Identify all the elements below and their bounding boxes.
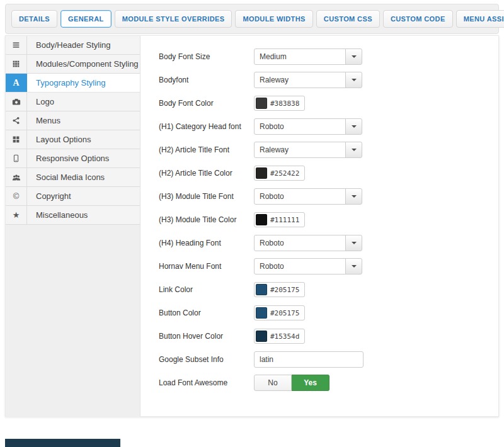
sidebar-filler (6, 225, 140, 417)
chevron-down-icon (352, 265, 357, 268)
toggle-no-button[interactable]: No (254, 375, 292, 391)
field-label: (H1) Category Head font (159, 122, 254, 131)
sidebar-item-typography-styling[interactable]: A Typography Styling (6, 74, 140, 93)
select-value[interactable]: Roboto (254, 258, 346, 274)
select-dropdown-button[interactable] (345, 142, 362, 158)
mobile-icon (6, 149, 27, 167)
body-font-size-select[interactable]: Medium (254, 48, 362, 65)
footer-bar (5, 439, 120, 447)
color-hex-value: #205175 (270, 286, 299, 294)
sidebar-item-label: Body/Header Styling (27, 36, 140, 54)
sidebar-item-modules-component-styling[interactable]: Modules/Component Styling (6, 55, 140, 74)
sidebar-item-label: Modules/Component Styling (27, 55, 140, 73)
chevron-down-icon (352, 125, 357, 128)
color-swatch (256, 307, 267, 319)
sidebar-item-label: Typography Styling (27, 74, 140, 92)
tab-custom-code[interactable]: Custom Code (383, 10, 453, 28)
tab-custom-css[interactable]: Custom CSS (316, 10, 380, 28)
field-label: Button Hover Color (159, 332, 254, 341)
sidebar-item-social-media-icons[interactable]: Social Media Icons (6, 168, 140, 187)
tab-menu-assignment[interactable]: Menu Assignment (456, 10, 504, 28)
form-row: (H4) Heading Font Roboto (159, 235, 498, 251)
form-row: Button Hover Color #15354d (159, 328, 498, 344)
field-label: Hornav Menu Font (159, 262, 254, 271)
sidebar-item-logo[interactable]: Logo (6, 93, 140, 111)
camera-icon (6, 93, 27, 111)
select-value[interactable]: Roboto (254, 235, 346, 251)
layout-grid-icon (6, 130, 27, 149)
h4-heading-font-select[interactable]: Roboto (254, 235, 362, 251)
h3-module-title-font-select[interactable]: Roboto (254, 188, 362, 205)
body-font-select[interactable]: Raleway (254, 72, 362, 88)
form-row: Load Font Awesome No Yes (159, 375, 498, 391)
color-swatch (256, 98, 267, 109)
sidebar-item-menus[interactable]: Menus (6, 111, 140, 130)
form-row: Button Color #205175 (159, 305, 498, 321)
field-label: (H2) Article Title Color (159, 169, 254, 178)
select-dropdown-button[interactable] (345, 188, 362, 205)
select-dropdown-button[interactable] (345, 48, 362, 65)
body-font-color-input[interactable]: #383838 (254, 96, 305, 111)
field-label: Bodyfont (159, 76, 254, 84)
hornav-menu-font-select[interactable]: Roboto (254, 258, 362, 274)
sidebar-item-label: Responsive Options (27, 149, 140, 167)
color-hex-value: #205175 (270, 309, 299, 317)
field-label: Button Color (159, 308, 254, 317)
color-swatch (256, 214, 267, 225)
link-color-input[interactable]: #205175 (254, 282, 305, 297)
share-icon (6, 111, 27, 130)
general-settings-panel: Body/Header Styling Modules/Component St… (5, 35, 499, 417)
sidebar-item-copyright[interactable]: © Copyright (6, 187, 140, 206)
h3-module-title-color-input[interactable]: #111111 (254, 212, 305, 227)
sidebar-item-label: Menus (27, 111, 140, 130)
select-dropdown-button[interactable] (345, 235, 362, 251)
form-row: Body Font Color #383838 (159, 95, 498, 111)
h2-article-title-font-select[interactable]: Raleway (254, 142, 362, 158)
load-font-awesome-toggle: No Yes (254, 375, 329, 391)
select-dropdown-button[interactable] (345, 118, 362, 135)
h2-article-title-color-input[interactable]: #252422 (254, 166, 305, 181)
tab-details[interactable]: Details (11, 10, 57, 28)
select-value[interactable]: Raleway (254, 142, 346, 158)
field-label: Google Subset Info (159, 355, 254, 364)
google-subset-info-input[interactable] (254, 351, 364, 368)
form-row: (H3) Module Title Color #111111 (159, 212, 498, 228)
select-value[interactable]: Raleway (254, 72, 346, 88)
form-row: (H2) Article Title Font Raleway (159, 142, 498, 158)
toggle-yes-button[interactable]: Yes (292, 375, 329, 391)
field-label: Link Color (159, 285, 254, 294)
field-label: Body Font Color (159, 99, 254, 108)
template-options-tabbar: Details General Module Style Overrides M… (5, 4, 499, 34)
form-row: (H3) Module Title Font Roboto (159, 188, 498, 205)
typography-settings-form: Body Font Size Medium Bodyfont Raleway B… (140, 36, 498, 416)
chevron-down-icon (352, 149, 357, 151)
color-hex-value: #252422 (270, 169, 299, 178)
tab-general[interactable]: General (60, 10, 112, 28)
sidebar-item-miscellaneous[interactable]: ★ Miscellaneous (6, 206, 140, 225)
button-hover-color-input[interactable]: #15354d (254, 329, 305, 344)
sidebar-item-layout-options[interactable]: Layout Options (6, 130, 140, 149)
sidebar-item-label: Copyright (27, 187, 140, 205)
h1-category-head-font-select[interactable]: Roboto (254, 118, 362, 135)
sidebar-item-label: Layout Options (27, 130, 140, 149)
sidebar-item-label: Logo (27, 93, 140, 111)
select-value[interactable]: Roboto (254, 188, 346, 205)
form-row: Google Subset Info (159, 351, 498, 368)
tab-module-widths[interactable]: Module Widths (235, 10, 312, 28)
field-label: (H2) Article Title Font (159, 145, 254, 154)
select-dropdown-button[interactable] (345, 258, 362, 274)
select-value[interactable]: Roboto (254, 118, 346, 135)
select-dropdown-button[interactable] (345, 72, 362, 88)
chevron-down-icon (352, 79, 357, 81)
form-row: Link Color #205175 (159, 281, 498, 298)
sidebar-item-responsive-options[interactable]: Responsive Options (6, 149, 140, 168)
chevron-down-icon (352, 55, 357, 58)
color-hex-value: #15354d (270, 332, 299, 341)
tab-module-style-overrides[interactable]: Module Style Overrides (115, 10, 232, 28)
select-value[interactable]: Medium (254, 48, 346, 65)
letter-a-icon: A (6, 74, 27, 92)
color-hex-value: #111111 (270, 216, 299, 224)
sidebar-item-body-header-styling[interactable]: Body/Header Styling (6, 36, 140, 55)
color-swatch (256, 331, 267, 342)
button-color-input[interactable]: #205175 (254, 305, 305, 320)
